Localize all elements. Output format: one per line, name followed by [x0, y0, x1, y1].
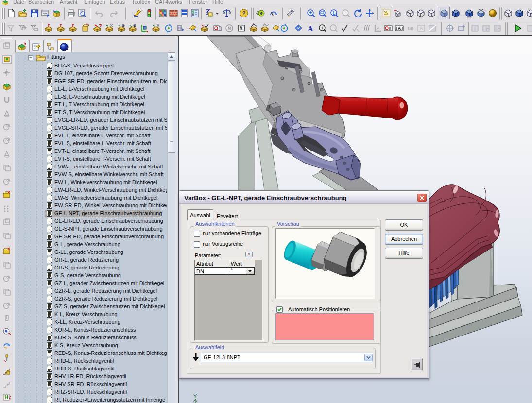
svg-text:A: A	[420, 26, 423, 31]
svg-text:1: 1	[321, 26, 324, 30]
svg-text:N: N	[228, 26, 231, 31]
svg-text:?: ?	[242, 10, 246, 16]
svg-text:Y: Y	[193, 393, 197, 399]
svg-text:e: e	[260, 11, 262, 16]
svg-text:uø: uø	[408, 26, 414, 31]
svg-text:A: A	[308, 25, 313, 33]
svg-text:A: A	[239, 26, 242, 31]
svg-text:H: H	[4, 395, 8, 400]
svg-text:A: A	[398, 26, 401, 31]
